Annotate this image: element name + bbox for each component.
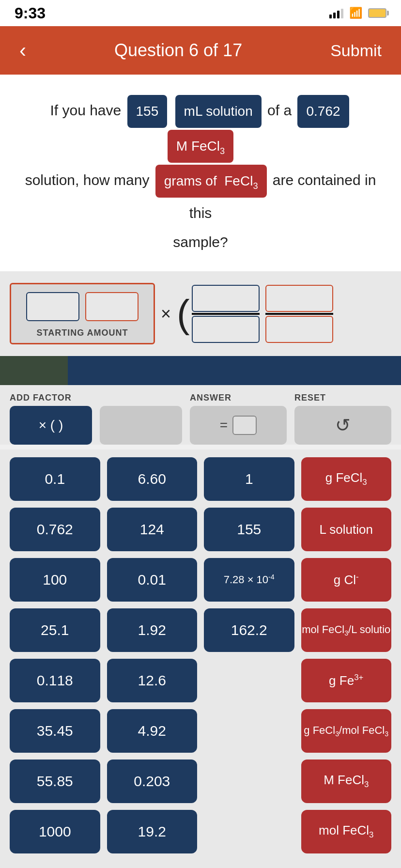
num-btn-155[interactable]: 155 bbox=[204, 508, 294, 551]
status-icons: 📶 bbox=[329, 7, 386, 19]
question-line2a: solution, how many bbox=[25, 172, 154, 188]
num-btn-1[interactable]: 1 bbox=[204, 457, 294, 501]
chip-m-fecl3[interactable]: M FeCl3 bbox=[168, 130, 233, 163]
chip-ml-solution[interactable]: mL solution bbox=[175, 95, 262, 128]
wifi-icon: 📶 bbox=[349, 7, 362, 19]
num-btn-35.45[interactable]: 35.45 bbox=[10, 709, 100, 753]
chip-0762[interactable]: 0.762 bbox=[297, 95, 349, 128]
starting-unit-input[interactable] bbox=[85, 292, 139, 321]
paren-group: ( bbox=[177, 285, 333, 343]
chip-grams-fecl3[interactable]: grams of FeCl3 bbox=[155, 165, 267, 198]
signal-icon bbox=[329, 8, 343, 18]
answer-group: ANSWER = bbox=[190, 393, 287, 445]
status-time: 9:33 bbox=[15, 4, 46, 22]
reset-button[interactable]: ↺ bbox=[294, 406, 391, 445]
fraction-stack bbox=[192, 285, 260, 343]
add-factor-group: ADD FACTOR × ( ) bbox=[10, 393, 92, 445]
num-btn-6.60[interactable]: 6.60 bbox=[107, 457, 198, 501]
dark-bar-left bbox=[0, 356, 68, 385]
answer-label: ANSWER bbox=[190, 393, 231, 403]
fraction-numerator-2[interactable] bbox=[265, 285, 333, 312]
num-btn-100[interactable]: 100 bbox=[10, 558, 100, 602]
num-btn-162.2[interactable]: 162.2 bbox=[204, 608, 294, 652]
num-btn-55.85[interactable]: 55.85 bbox=[10, 760, 100, 803]
empty-label bbox=[100, 393, 103, 403]
fraction-denominator-1[interactable] bbox=[192, 316, 260, 343]
unit-btn-g-fecl3[interactable]: g FeCl3 bbox=[301, 457, 392, 501]
question-area: If you have 155 mL solution of a 0.762 M… bbox=[0, 75, 401, 271]
num-btn-4.92[interactable]: 4.92 bbox=[107, 709, 198, 753]
unit-btn-mol-fecl3[interactable]: mol FeCl3 bbox=[301, 810, 392, 853]
num-btn-0.1[interactable]: 0.1 bbox=[10, 457, 100, 501]
number-grid: 0.1 6.60 1 g FeCl3 0.762 124 155 L solut… bbox=[0, 450, 401, 863]
calc-controls: ADD FACTOR × ( ) ANSWER = RESET ↺ bbox=[0, 385, 401, 445]
unit-btn-g-cl[interactable]: g Cl- bbox=[301, 558, 392, 602]
fraction-denominator-2[interactable] bbox=[265, 316, 333, 343]
chip-155[interactable]: 155 bbox=[127, 95, 168, 128]
unit-btn-m-fecl3[interactable]: M FeCl3 bbox=[301, 760, 392, 803]
num-btn-1.92[interactable]: 1.92 bbox=[107, 608, 198, 652]
dark-bar-right bbox=[68, 356, 401, 385]
dark-bar bbox=[0, 356, 401, 385]
reset-label: RESET bbox=[294, 393, 326, 403]
unit-btn-g-fecl3-mol[interactable]: g FeCl3/mol FeCl3 bbox=[301, 709, 392, 753]
num-btn-0.203[interactable]: 0.203 bbox=[107, 760, 198, 803]
add-factor-button[interactable]: × ( ) bbox=[10, 406, 92, 445]
empty-button[interactable] bbox=[100, 406, 182, 445]
num-btn-empty-6 bbox=[204, 709, 294, 753]
num-btn-7.28e-4[interactable]: 7.28 × 10-4 bbox=[204, 558, 294, 602]
empty-group bbox=[100, 393, 182, 445]
fraction-numerator-1[interactable] bbox=[192, 285, 260, 312]
num-btn-empty-8 bbox=[204, 810, 294, 853]
starting-value-input[interactable] bbox=[26, 292, 79, 321]
num-btn-0.01[interactable]: 0.01 bbox=[107, 558, 198, 602]
status-bar: 9:33 📶 bbox=[0, 0, 401, 26]
back-button[interactable]: ‹ bbox=[19, 39, 26, 62]
num-btn-0.762[interactable]: 0.762 bbox=[10, 508, 100, 551]
open-paren: ( bbox=[177, 294, 190, 333]
num-btn-1000[interactable]: 1000 bbox=[10, 810, 100, 853]
add-factor-label: ADD FACTOR bbox=[10, 393, 72, 403]
question-line1a: If you have bbox=[50, 102, 125, 118]
num-btn-empty-7 bbox=[204, 760, 294, 803]
answer-button[interactable]: = bbox=[190, 406, 287, 445]
num-btn-124[interactable]: 124 bbox=[107, 508, 198, 551]
starting-label: STARTING AMOUNT bbox=[37, 328, 128, 338]
submit-button[interactable]: Submit bbox=[330, 41, 382, 60]
question-of-a: of a bbox=[267, 102, 295, 118]
unit-btn-g-fe3[interactable]: g Fe3+ bbox=[301, 659, 392, 702]
unit-btn-mol-fecl3-l[interactable]: mol FeCl3/L solutio bbox=[301, 608, 392, 652]
reset-group: RESET ↺ bbox=[294, 393, 391, 445]
question-line3: sample? bbox=[173, 234, 228, 250]
fraction-divider-2 bbox=[265, 313, 333, 315]
num-btn-0.118[interactable]: 0.118 bbox=[10, 659, 100, 702]
num-btn-19.2[interactable]: 19.2 bbox=[107, 810, 198, 853]
fraction-divider bbox=[192, 313, 260, 315]
starting-amount-box: STARTING AMOUNT bbox=[10, 283, 155, 344]
starting-amount-inputs bbox=[26, 292, 139, 321]
fraction-stack-2 bbox=[265, 285, 333, 343]
multiply-sign: × bbox=[161, 304, 171, 324]
num-btn-12.6[interactable]: 12.6 bbox=[107, 659, 198, 702]
battery-icon bbox=[368, 8, 386, 18]
num-btn-25.1[interactable]: 25.1 bbox=[10, 608, 100, 652]
nav-bar: ‹ Question 6 of 17 Submit bbox=[0, 26, 401, 75]
question-text: If you have 155 mL solution of a 0.762 M… bbox=[19, 94, 382, 257]
answer-display bbox=[232, 416, 257, 435]
control-row: ADD FACTOR × ( ) ANSWER = RESET ↺ bbox=[10, 393, 391, 445]
unit-btn-l-solution[interactable]: L solution bbox=[301, 508, 392, 551]
num-btn-empty-5 bbox=[204, 659, 294, 702]
question-title: Question 6 of 17 bbox=[114, 40, 242, 61]
equation-area: STARTING AMOUNT × ( bbox=[0, 271, 401, 356]
